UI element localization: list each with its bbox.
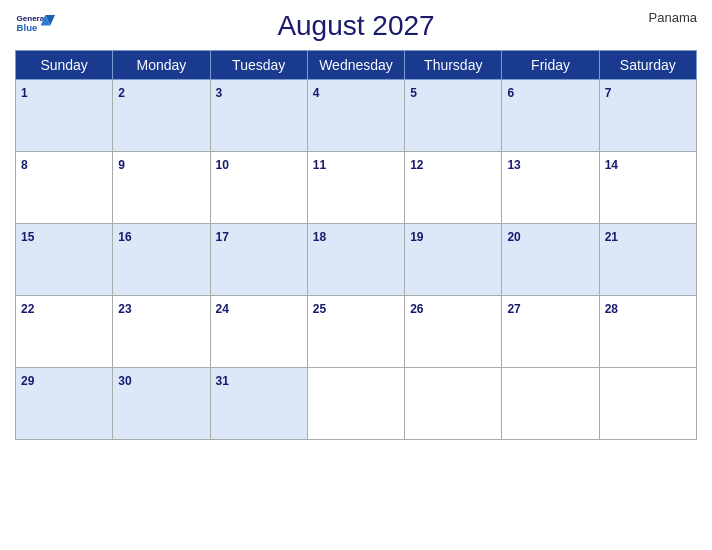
calendar-cell: 3 [210,80,307,152]
calendar-cell: 20 [502,224,599,296]
calendar-cell: 4 [307,80,404,152]
week-row-4: 22232425262728 [16,296,697,368]
calendar-body: 1234567891011121314151617181920212223242… [16,80,697,440]
svg-text:Blue: Blue [17,22,38,33]
calendar-cell: 6 [502,80,599,152]
calendar-cell: 31 [210,368,307,440]
day-number: 11 [313,158,326,172]
calendar-cell [502,368,599,440]
calendar-cell: 10 [210,152,307,224]
day-number: 21 [605,230,618,244]
header-saturday: Saturday [599,51,696,80]
calendar-cell: 25 [307,296,404,368]
week-row-5: 293031 [16,368,697,440]
calendar-cell: 19 [405,224,502,296]
day-number: 3 [216,86,223,100]
day-number: 16 [118,230,131,244]
day-number: 18 [313,230,326,244]
day-number: 24 [216,302,229,316]
calendar-cell: 7 [599,80,696,152]
day-number: 7 [605,86,612,100]
calendar-cell: 9 [113,152,210,224]
calendar-cell: 24 [210,296,307,368]
header-thursday: Thursday [405,51,502,80]
header-friday: Friday [502,51,599,80]
calendar-cell: 5 [405,80,502,152]
calendar-cell [307,368,404,440]
day-number: 6 [507,86,514,100]
calendar-cell: 15 [16,224,113,296]
day-number: 4 [313,86,320,100]
week-row-2: 891011121314 [16,152,697,224]
calendar-cell: 12 [405,152,502,224]
calendar-cell: 22 [16,296,113,368]
day-number: 10 [216,158,229,172]
week-row-1: 1234567 [16,80,697,152]
calendar-cell [405,368,502,440]
calendar-cell: 11 [307,152,404,224]
day-number: 13 [507,158,520,172]
day-number: 9 [118,158,125,172]
logo-area: General Blue [15,10,55,40]
day-number: 30 [118,374,131,388]
calendar-cell: 21 [599,224,696,296]
calendar-cell: 2 [113,80,210,152]
calendar-header: General Blue August 2027 Panama [15,10,697,42]
day-number: 12 [410,158,423,172]
day-number: 19 [410,230,423,244]
month-title: August 2027 [277,10,434,42]
day-number: 23 [118,302,131,316]
day-number: 5 [410,86,417,100]
calendar-cell [599,368,696,440]
day-number: 28 [605,302,618,316]
day-number: 22 [21,302,34,316]
day-number: 1 [21,86,28,100]
day-number: 29 [21,374,34,388]
calendar-cell: 13 [502,152,599,224]
calendar-cell: 8 [16,152,113,224]
day-number: 8 [21,158,28,172]
day-number: 2 [118,86,125,100]
header-wednesday: Wednesday [307,51,404,80]
calendar-cell: 16 [113,224,210,296]
calendar-table: Sunday Monday Tuesday Wednesday Thursday… [15,50,697,440]
logo-icon: General Blue [15,10,55,40]
calendar-cell: 26 [405,296,502,368]
week-row-3: 15161718192021 [16,224,697,296]
calendar-container: General Blue August 2027 Panama Sunday M… [0,0,712,550]
calendar-cell: 17 [210,224,307,296]
calendar-cell: 23 [113,296,210,368]
header-tuesday: Tuesday [210,51,307,80]
calendar-cell: 30 [113,368,210,440]
day-number: 25 [313,302,326,316]
day-number: 27 [507,302,520,316]
country-label: Panama [649,10,697,25]
day-number: 31 [216,374,229,388]
day-number: 17 [216,230,229,244]
weekday-header-row: Sunday Monday Tuesday Wednesday Thursday… [16,51,697,80]
calendar-cell: 14 [599,152,696,224]
calendar-cell: 1 [16,80,113,152]
day-number: 14 [605,158,618,172]
calendar-cell: 18 [307,224,404,296]
calendar-cell: 29 [16,368,113,440]
header-monday: Monday [113,51,210,80]
day-number: 20 [507,230,520,244]
calendar-cell: 28 [599,296,696,368]
day-number: 26 [410,302,423,316]
header-sunday: Sunday [16,51,113,80]
day-number: 15 [21,230,34,244]
calendar-cell: 27 [502,296,599,368]
